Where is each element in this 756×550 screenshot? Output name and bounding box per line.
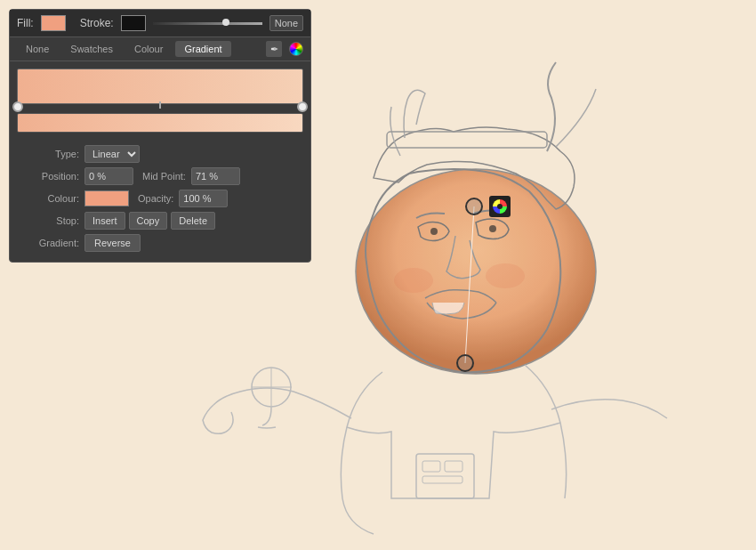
gradient-right-handle[interactable]	[297, 101, 308, 112]
position-input[interactable]: 0 %	[84, 167, 133, 185]
eyedropper-button[interactable]: ✒	[266, 41, 282, 57]
svg-point-3	[489, 225, 496, 232]
colour-label: Colour:	[17, 193, 79, 204]
gradient-secondary-bar	[17, 113, 303, 133]
svg-point-13	[466, 198, 482, 214]
top-bar: Fill: Stroke: None	[10, 10, 310, 37]
gradient-bar[interactable]	[17, 69, 303, 104]
tabs-row: None Swatches Colour Gradient ✒	[10, 37, 310, 61]
insert-button[interactable]: Insert	[84, 212, 125, 230]
fill-label: Fill:	[17, 17, 34, 29]
svg-point-5	[486, 263, 525, 288]
svg-point-16	[497, 204, 503, 209]
eyedropper-icon: ✒	[270, 44, 278, 55]
colour-swatch[interactable]	[84, 190, 129, 206]
gradient-preview-area	[10, 61, 310, 140]
midpoint-input[interactable]: 71 %	[191, 167, 240, 185]
none-button[interactable]: None	[269, 15, 303, 31]
copy-button[interactable]: Copy	[129, 212, 168, 230]
opacity-input[interactable]: 100 %	[179, 190, 228, 207]
colour-opacity-row: Colour: Opacity: 100 %	[17, 190, 303, 207]
form-section: Type: Linear Radial Position: 0 % Mid Po…	[10, 140, 310, 262]
delete-button[interactable]: Delete	[171, 212, 215, 230]
gradient-label: Gradient:	[17, 238, 79, 248]
svg-point-2	[430, 228, 438, 235]
svg-point-4	[394, 268, 433, 293]
gradient-panel: Fill: Stroke: None None Swatches Colour …	[9, 9, 311, 263]
color-wheel-icon[interactable]	[289, 42, 303, 56]
midpoint-label: Mid Point:	[142, 171, 186, 182]
tab-gradient[interactable]: Gradient	[175, 41, 230, 57]
type-select[interactable]: Linear Radial	[84, 145, 140, 163]
tab-none[interactable]: None	[17, 41, 58, 57]
stroke-slider-area[interactable]	[153, 22, 262, 25]
tab-colour[interactable]: Colour	[125, 41, 172, 57]
gradient-mid-handle[interactable]	[159, 101, 161, 109]
stop-row: Stop: Insert Copy Delete	[17, 212, 303, 230]
type-label: Type:	[17, 149, 79, 159]
fill-swatch[interactable]	[41, 15, 66, 31]
svg-point-17	[457, 355, 473, 371]
type-row: Type: Linear Radial	[17, 145, 303, 163]
stroke-swatch[interactable]	[121, 15, 146, 31]
stroke-label: Stroke:	[80, 17, 114, 29]
stop-label: Stop:	[17, 215, 79, 226]
stroke-slider[interactable]	[153, 22, 262, 25]
position-midpoint-row: Position: 0 % Mid Point: 71 %	[17, 167, 303, 185]
stroke-slider-thumb	[222, 19, 229, 26]
opacity-label: Opacity:	[138, 193, 173, 204]
reverse-button[interactable]: Reverse	[84, 234, 141, 252]
gradient-row: Gradient: Reverse	[17, 234, 303, 252]
tab-swatches[interactable]: Swatches	[61, 41, 122, 57]
position-label: Position:	[17, 171, 79, 182]
gradient-left-handle[interactable]	[12, 101, 23, 112]
